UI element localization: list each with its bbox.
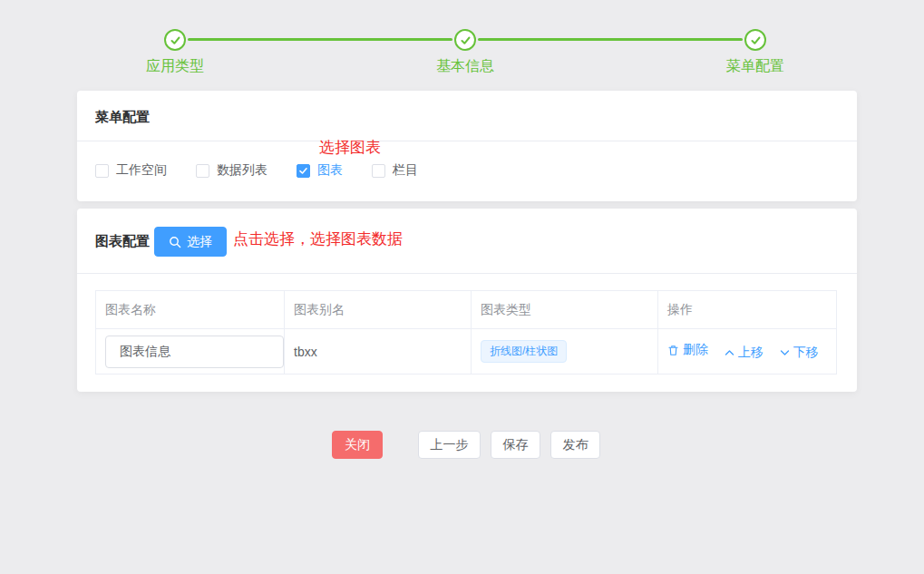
checkbox-icon xyxy=(196,164,209,178)
select-button-label: 选择 xyxy=(187,234,212,250)
checkbox-data-list[interactable]: 数据列表 xyxy=(196,162,267,179)
stepper: 应用类型 基本信息 菜单配置 xyxy=(0,0,924,86)
checkbox-column[interactable]: 栏目 xyxy=(372,162,418,179)
divider xyxy=(77,273,857,274)
step-connector xyxy=(188,38,452,41)
step-label-app-type[interactable]: 应用类型 xyxy=(102,57,248,76)
annotation-click-select: 点击选择，选择图表数据 xyxy=(233,229,403,249)
step-label-basic-info[interactable]: 基本信息 xyxy=(393,57,538,76)
checkbox-icon xyxy=(297,164,310,178)
prev-step-button[interactable]: 上一步 xyxy=(418,431,481,459)
step-check-icon xyxy=(164,29,186,51)
select-chart-button[interactable]: 选择 xyxy=(154,227,227,257)
checkbox-icon xyxy=(95,164,109,178)
table-header-row: 图表名称 图表别名 图表类型 操作 xyxy=(96,291,837,329)
menu-card-title: 菜单配置 xyxy=(95,109,150,126)
checkbox-label: 栏目 xyxy=(393,162,418,179)
header-chart-name: 图表名称 xyxy=(96,291,285,329)
step-check-icon xyxy=(454,29,476,51)
move-up-label: 上移 xyxy=(738,345,764,361)
header-chart-type: 图表类型 xyxy=(472,291,658,329)
checkbox-workspace[interactable]: 工作空间 xyxy=(95,162,167,179)
header-actions: 操作 xyxy=(658,291,837,329)
cell-chart-name xyxy=(96,329,285,375)
chart-config-card: 图表配置 选择 点击选择，选择图表数据 图表名称 图表别名 图表类型 操作 xyxy=(77,209,857,392)
chart-name-input[interactable] xyxy=(105,336,284,368)
search-icon xyxy=(169,236,181,248)
cell-chart-alias: tbxx xyxy=(285,329,472,375)
delete-link[interactable]: 删除 xyxy=(667,342,708,358)
menu-config-card: 菜单配置 选择图表 工作空间 数据列表 图表 栏目 xyxy=(77,91,857,201)
caret-down-icon xyxy=(780,349,790,356)
menu-checkbox-group: 工作空间 数据列表 图表 栏目 xyxy=(95,154,447,187)
move-up-link[interactable]: 上移 xyxy=(725,345,764,361)
annotation-select-chart: 选择图表 xyxy=(319,137,381,158)
checkbox-label: 图表 xyxy=(317,162,343,179)
chart-card-title: 图表配置 xyxy=(95,233,150,250)
publish-button[interactable]: 发布 xyxy=(550,431,600,459)
chart-table: 图表名称 图表别名 图表类型 操作 tbxx 折线图/柱状图 xyxy=(95,290,836,375)
caret-up-icon xyxy=(725,349,734,356)
cell-actions: 删除 上移 xyxy=(658,329,837,375)
step-label-menu-config[interactable]: 菜单配置 xyxy=(683,57,828,76)
checkbox-label: 数据列表 xyxy=(217,162,267,179)
table-row: tbxx 折线图/柱状图 删除 xyxy=(96,329,837,375)
checkbox-chart[interactable]: 图表 xyxy=(297,162,343,179)
checkbox-icon xyxy=(372,164,385,178)
move-down-label: 下移 xyxy=(793,345,819,361)
close-button[interactable]: 关闭 xyxy=(332,431,383,459)
header-chart-alias: 图表别名 xyxy=(285,291,472,329)
move-down-link[interactable]: 下移 xyxy=(780,345,819,361)
trash-icon xyxy=(667,345,679,356)
checkbox-label: 工作空间 xyxy=(116,162,167,179)
chart-type-tag: 折线图/柱状图 xyxy=(481,340,567,364)
step-connector xyxy=(478,38,743,41)
step-check-icon xyxy=(744,29,766,51)
divider xyxy=(77,141,857,141)
delete-label: 删除 xyxy=(683,342,708,358)
save-button[interactable]: 保存 xyxy=(491,431,540,459)
wizard-page: 应用类型 基本信息 菜单配置 菜单配置 选择图表 工作空间 数据列表 图表 栏目 xyxy=(0,0,924,574)
cell-chart-type: 折线图/柱状图 xyxy=(472,329,658,375)
